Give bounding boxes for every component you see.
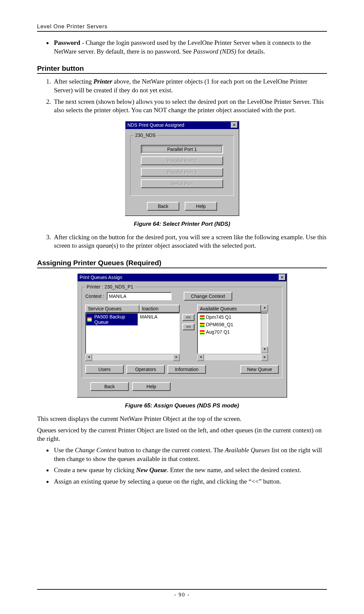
service-queue-location: MANILA [138, 313, 179, 326]
dlg2-title: Print Queues Assign [80, 275, 122, 280]
available-queues-vscroll[interactable]: ▾ [261, 313, 267, 353]
scroll-right-icon[interactable]: ▸ [173, 354, 180, 361]
section-assigning-queues: Assigning Printer Queues (Required) [37, 259, 327, 268]
location-header[interactable]: loaction [140, 305, 180, 313]
scroll-left-icon[interactable]: ◂ [197, 354, 204, 361]
change-context-button[interactable]: Change Context [184, 292, 232, 301]
close-icon[interactable]: ✕ [231, 122, 238, 128]
step-1: After selecting Printer above, the NetWa… [53, 77, 327, 94]
page-footer: - 90 - [37, 589, 327, 598]
dlg2-titlebar[interactable]: Print Queues Assign ✕ [78, 274, 286, 281]
operators-button[interactable]: Operators [126, 365, 165, 374]
back-button[interactable]: Back [90, 382, 129, 391]
information-button[interactable]: Information [168, 365, 206, 374]
password-label: Password [54, 39, 80, 46]
password-bullet: Password - Change the login password use… [53, 38, 327, 56]
available-queues-hscroll[interactable]: ◂ ▸ [197, 354, 268, 360]
step1-printer-bi: Printer [93, 78, 112, 85]
context-label: Context : [85, 294, 104, 299]
queue-icon [87, 317, 92, 321]
service-queues-hscroll[interactable]: ◂ ▸ [85, 354, 180, 360]
dlg2-group-legend: Printer : 230_NDS_P1 [85, 284, 135, 289]
port2-button[interactable]: Parallel Port 2 [141, 156, 223, 165]
available-queue-item[interactable]: Aug707 Q1 [198, 328, 261, 336]
close-icon[interactable]: ✕ [279, 274, 285, 280]
available-queue-item[interactable]: DPM698_Q1 [198, 321, 261, 328]
page-number: - 90 - [174, 592, 190, 597]
service-queues-header[interactable]: Service Queues [85, 305, 140, 313]
context-field[interactable]: MANILA [107, 292, 172, 300]
port1-button[interactable]: Parallel Port 1 [141, 145, 223, 154]
scroll-down-icon[interactable]: ▾ [261, 346, 268, 353]
scroll-up-icon[interactable]: ▴ [261, 305, 268, 311]
para-current-object: This screen displays the current NetWare… [37, 415, 327, 423]
bullet-assign-existing: Assign an existing queue by selecting a … [53, 477, 327, 486]
move-right-button[interactable]: >> [182, 324, 194, 330]
dialog-print-queues-assign: Print Queues Assign ✕ Printer : 230_NDS_… [77, 273, 287, 398]
running-header: Level One Printer Servers [37, 24, 327, 32]
step-2: The next screen (shown below) allows you… [53, 97, 327, 115]
available-queues-header[interactable]: Available Queues [197, 305, 261, 313]
service-queue-item[interactable]: PA500 Backup Queue [86, 313, 138, 326]
move-left-button[interactable]: << [182, 314, 194, 321]
help-button[interactable]: Help [185, 202, 217, 211]
figure-65-caption: Figure 65: Assign Queues (NDS PS mode) [37, 402, 327, 409]
figure-64-caption: Figure 64: Select Printer Port (NDS) [37, 221, 327, 227]
port3-button[interactable]: Parallel Port 3 [141, 168, 223, 177]
dlg1-titlebar[interactable]: NDS Print Queue Assigned ✕ [125, 121, 239, 129]
new-queue-button[interactable]: New Queue [240, 365, 279, 374]
password-ref-italic: Password (NDS) [193, 48, 236, 55]
bullet-new-queue: Create a new queue by clicking New Queue… [53, 466, 327, 474]
section-printer-button: Printer button [37, 64, 327, 74]
serial-port-button[interactable]: Serial Port [141, 179, 223, 188]
users-button[interactable]: Users [85, 365, 124, 374]
bullet-change-context: Use the Change Context button to change … [53, 446, 327, 463]
back-button[interactable]: Back [147, 202, 179, 211]
dlg1-title: NDS Print Queue Assigned [127, 122, 184, 128]
scroll-right-icon[interactable]: ▸ [261, 354, 268, 361]
available-queue-item[interactable]: Dpm745 Q1 [198, 313, 261, 321]
dlg1-group-legend: 230_NDS [134, 132, 157, 138]
para-queues-listed: Queues serviced by the current Printer O… [37, 426, 327, 443]
queue-icon [200, 330, 205, 334]
scroll-left-icon[interactable]: ◂ [85, 354, 92, 361]
queue-icon [200, 315, 205, 319]
dialog-select-printer-port: NDS Print Queue Assigned ✕ 230_NDS Paral… [125, 121, 239, 216]
help-button[interactable]: Help [132, 382, 171, 391]
queue-icon [200, 323, 205, 327]
step-3: After clicking on the button for the des… [53, 233, 327, 250]
